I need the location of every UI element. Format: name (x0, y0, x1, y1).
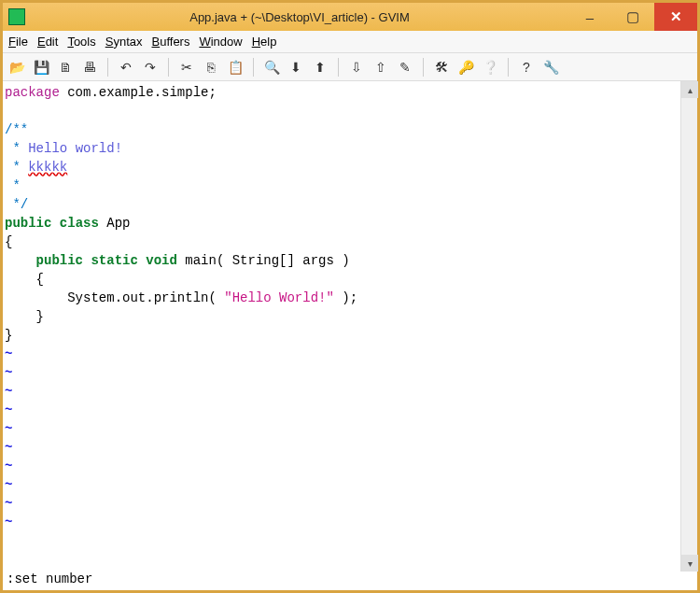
maximize-button[interactable]: ▢ (611, 3, 654, 31)
keyword-void: void (138, 253, 177, 268)
empty-line-marker: ~ (5, 496, 12, 511)
string-literal: "Hello World!" (224, 290, 334, 305)
saveall-icon[interactable]: 🗎 (55, 57, 76, 78)
keyword-class: class (51, 216, 98, 231)
empty-line-marker: ~ (5, 459, 12, 473)
method-args: ( String[] args ) (217, 253, 350, 268)
toolbar-separator (168, 58, 169, 77)
empty-line-marker: ~ (5, 421, 12, 436)
keyword-package: package (5, 85, 60, 100)
empty-line-marker: ~ (5, 477, 12, 492)
empty-line-marker: ~ (5, 365, 12, 380)
class-name: App (99, 216, 131, 231)
window-title: App.java + (~\Desktop\VI_article) - GVIM (31, 10, 568, 24)
make-icon[interactable]: 🛠 (431, 57, 452, 78)
menu-syntax[interactable]: Syntax (105, 35, 143, 49)
brace: } (5, 328, 12, 343)
vertical-scrollbar[interactable]: ▴ ▾ (680, 81, 697, 572)
keyword-public: public (36, 253, 83, 268)
empty-line-marker: ~ (5, 402, 12, 417)
tags-icon[interactable]: 🔑 (455, 57, 476, 78)
doc-open: /** (5, 122, 28, 137)
brace: { (5, 272, 44, 287)
findhelp-icon[interactable]: 🔧 (540, 57, 561, 78)
menu-buffers[interactable]: Buffers (151, 35, 189, 49)
doc-hello: Hello world! (28, 141, 122, 156)
command-line[interactable]: :set number (3, 572, 697, 590)
doc-star: * (5, 160, 28, 175)
sysend: ); (334, 290, 357, 305)
doc-star: * (5, 178, 21, 193)
script-icon[interactable]: ✎ (395, 57, 415, 78)
brace: { (5, 234, 12, 249)
empty-line-marker: ~ (5, 515, 12, 529)
package-name: com.example.simple; (60, 85, 217, 100)
toolbar-separator (338, 58, 339, 77)
print-icon[interactable]: 🖶 (79, 57, 100, 78)
spell-error: kkkkk (28, 160, 67, 175)
session-save-icon[interactable]: ⇧ (371, 57, 391, 78)
help-icon[interactable]: ? (516, 57, 537, 78)
window-buttons: – ▢ ✕ (568, 3, 697, 31)
menu-tools[interactable]: Tools (67, 35, 95, 49)
session-load-icon[interactable]: ⇩ (346, 57, 367, 78)
keyword-static: static (83, 253, 138, 268)
text-editor[interactable]: package com.example.simple; /** * Hello … (3, 81, 680, 572)
scroll-up-icon[interactable]: ▴ (681, 81, 698, 98)
cut-icon[interactable]: ✂ (176, 57, 197, 78)
find-icon[interactable]: 🔍 (261, 57, 282, 78)
menubar: File Edit Tools Syntax Buffers Window He… (3, 31, 697, 53)
menu-window[interactable]: Window (199, 35, 242, 49)
empty-line-marker: ~ (5, 384, 12, 399)
sysout: System.out.println( (67, 290, 224, 305)
titlebar: App.java + (~\Desktop\VI_article) - GVIM… (3, 3, 697, 31)
toolbar: 📂 💾 🗎 🖶 ↶ ↷ ✂ ⎘ 📋 🔍 ⬇ ⬆ ⇩ ⇧ ✎ 🛠 🔑 ❔ ? 🔧 (3, 53, 697, 81)
copy-icon[interactable]: ⎘ (201, 57, 221, 78)
menu-help[interactable]: Help (252, 35, 277, 49)
close-button[interactable]: ✕ (654, 3, 697, 31)
findnext-icon[interactable]: ⬇ (286, 57, 306, 78)
paste-icon[interactable]: 📋 (225, 57, 245, 78)
scroll-down-icon[interactable]: ▾ (681, 555, 698, 572)
toolbar-separator (253, 58, 254, 77)
method-main: main (177, 253, 217, 268)
helptags-icon[interactable]: ❔ (480, 57, 500, 78)
empty-line-marker: ~ (5, 346, 12, 361)
minimize-button[interactable]: – (568, 3, 611, 31)
doc-star: * (5, 141, 28, 156)
app-icon (8, 8, 25, 25)
empty-line-marker: ~ (5, 440, 12, 455)
save-icon[interactable]: 💾 (31, 57, 51, 78)
undo-icon[interactable]: ↶ (116, 57, 136, 78)
toolbar-separator (508, 58, 509, 77)
doc-close: */ (5, 197, 28, 212)
brace: } (5, 309, 44, 324)
open-icon[interactable]: 📂 (7, 57, 27, 78)
menu-edit[interactable]: Edit (37, 35, 58, 49)
toolbar-separator (423, 58, 424, 77)
redo-icon[interactable]: ↷ (140, 57, 161, 78)
menu-file[interactable]: File (8, 35, 28, 49)
toolbar-separator (107, 58, 108, 77)
findprev-icon[interactable]: ⬆ (310, 57, 330, 78)
keyword-public: public (5, 216, 51, 231)
